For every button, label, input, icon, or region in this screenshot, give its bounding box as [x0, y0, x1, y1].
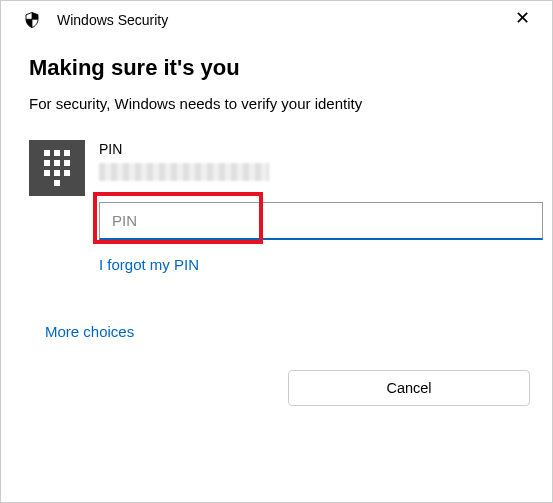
account-identifier: [99, 163, 269, 181]
forgot-pin-link[interactable]: I forgot my PIN: [99, 256, 199, 273]
more-choices-link[interactable]: More choices: [45, 323, 134, 340]
shield-icon: [23, 11, 41, 29]
cancel-button[interactable]: Cancel: [288, 370, 530, 406]
auth-method-row: PIN: [29, 140, 524, 196]
pin-input[interactable]: [99, 202, 543, 240]
dialog-subtext: For security, Windows needs to verify yo…: [29, 95, 524, 112]
keypad-icon: [29, 140, 85, 196]
dialog-content: Making sure it's you For security, Windo…: [1, 35, 552, 370]
close-button[interactable]: ✕: [507, 7, 538, 29]
dialog-footer: Cancel: [1, 370, 552, 424]
title-bar: Windows Security ✕: [1, 1, 552, 35]
auth-method-label: PIN: [99, 141, 269, 157]
window-title: Windows Security: [57, 12, 168, 28]
dialog-heading: Making sure it's you: [29, 55, 524, 81]
